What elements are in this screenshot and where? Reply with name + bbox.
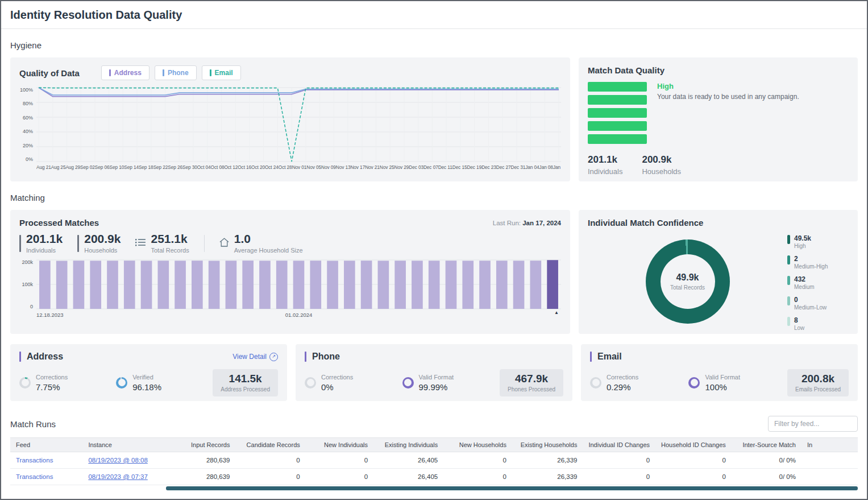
quality-of-data-title: Quality of Data (19, 68, 80, 78)
title-accent-bar (590, 352, 592, 362)
x-tick-label: Sep 30 (182, 164, 197, 170)
last-run-value: Jan 17, 2024 (522, 220, 561, 226)
x-tick-label: Sep 18 (139, 164, 153, 170)
pm-y-labels: 200k100k0 (19, 259, 36, 309)
title-accent-bar (305, 352, 306, 362)
quality-level-bar (588, 82, 647, 92)
corrections-value: 0.29% (607, 382, 638, 392)
x-tick-label: Dec 23 (481, 164, 496, 170)
x-tick-label: Nov 21 (365, 164, 380, 170)
horizontal-scrollbar[interactable] (10, 486, 858, 490)
match-quality-message: Your data is ready to be used in any cam… (657, 93, 799, 101)
match-data-quality-title: Match Data Quality (588, 65, 849, 75)
table-row: Transactions08/19/2023 @ 07:37280,639002… (10, 469, 858, 485)
legend-phone-label: Phone (168, 69, 189, 77)
email-card-title: Email (597, 352, 622, 362)
legend-phone-button[interactable]: Phone (155, 65, 197, 80)
quality-x-labels: Aug 21Aug 25Aug 29Sep 02Sep 06Sep 10Sep … (36, 164, 561, 170)
verified-ring (116, 377, 127, 389)
email-series-swatch (210, 69, 211, 76)
table-cell: 280,639 (169, 469, 235, 485)
pm-bar-chart (36, 259, 561, 309)
quality-chart: 100%80%60%40%20%0% Aug 21Aug 25Aug 29Sep… (19, 87, 561, 170)
pm-avg-household-stat: 1.0 Average Household Size (219, 233, 303, 254)
match-quality-bars (588, 82, 647, 147)
valid-format-label: Valid Format (705, 374, 740, 381)
email-corrections-metric: Corrections 0.29% (590, 374, 688, 392)
x-tick-label: Sep 02 (80, 164, 95, 170)
processed-matches-title: Processed Matches (19, 218, 99, 228)
page-header: Identity Resolution Data Quality (1, 1, 867, 29)
quality-line-chart (36, 87, 561, 162)
y-tick-label: 0% (26, 156, 33, 162)
y-tick-label: 60% (23, 115, 33, 121)
legend-item-medium-high: 2 Medium-High (787, 255, 849, 270)
x-tick-label: Dec 19 (467, 164, 481, 170)
x-tick-label: Dec 03 (409, 164, 423, 170)
valid-format-ring (688, 377, 700, 389)
x-tick-label: Sep 14 (124, 164, 139, 170)
email-valid-format-metric: Valid Format 100% (688, 374, 787, 392)
table-cell: 280,639 (169, 452, 235, 469)
corrections-ring (19, 377, 31, 389)
confidence-donut-center: 49.9k Total Records (661, 254, 715, 309)
column-header-new-individuals: New Individuals (306, 438, 373, 452)
feed-link[interactable]: Transactions (16, 473, 53, 480)
legend-address-button[interactable]: Address (101, 65, 149, 80)
medium-swatch (787, 276, 790, 285)
medium-high-label: Medium-High (794, 263, 828, 270)
x-tick-label: Sep 10 (110, 164, 124, 170)
column-header-in: In (801, 438, 858, 452)
corrections-ring (590, 377, 601, 389)
x-tick-label: Nov 29 (394, 164, 409, 170)
households-stat: 200.9k Households (642, 154, 681, 176)
feed-filter-input[interactable] (768, 416, 858, 432)
email-processed-label: Emails Processed (795, 386, 841, 392)
column-header-individual-id-changes: Individual ID Changes (583, 438, 655, 452)
x-tick-label: Aug 21 (36, 164, 51, 170)
table-cell: 26,405 (373, 452, 443, 469)
table-cell: 0/ 0% (732, 452, 801, 469)
x-tick-label: Nov 09 (321, 164, 336, 170)
corrections-label: Corrections (607, 374, 638, 381)
address-processed-value: 141.5k (221, 373, 270, 385)
view-detail-link[interactable]: View Detail ↗ (232, 353, 278, 361)
stat-divider (204, 235, 205, 252)
processed-matches-chart: 200k100k0 12.18.2023 01.02.2024 ▲ (19, 259, 561, 320)
x-tick-label: Aug 29 (65, 164, 80, 170)
table-cell: 0 (235, 452, 305, 469)
x-tick-label: Oct 28 (279, 164, 292, 170)
individuals-value: 201.1k (588, 154, 622, 166)
legend-email-button[interactable]: Email (202, 65, 241, 80)
low-swatch (787, 317, 790, 326)
medium-low-value: 0 (794, 296, 827, 304)
column-header-feed: Feed (10, 438, 82, 452)
instance-link[interactable]: 08/19/2023 @ 07:37 (88, 473, 147, 480)
y-tick-label: 0 (30, 304, 33, 309)
address-card-title: Address (27, 352, 63, 362)
instance-link[interactable]: 08/19/2023 @ 08:08 (88, 457, 147, 464)
match-data-quality-card: Match Data Quality High Your data is rea… (579, 57, 858, 181)
quality-y-labels: 100%80%60%40%20%0% (19, 87, 36, 162)
address-card: Address View Detail ↗ Corrections 7.75% … (10, 344, 287, 401)
phone-processed-label: Phones Processed (508, 386, 555, 392)
column-header-inter-source-match: Inter-Source Match (732, 438, 801, 452)
pm-total-records-value: 251.1k (151, 233, 189, 245)
legend-address-label: Address (114, 69, 142, 77)
quality-level-bar (588, 108, 647, 118)
table-cell: 0 (583, 452, 655, 469)
legend-item-low: 8 Low (787, 316, 849, 331)
external-link-icon: ↗ (269, 353, 278, 361)
table-cell: 0 (655, 452, 732, 469)
match-quality-rating: High (657, 82, 799, 90)
quality-level-bar (588, 95, 647, 105)
phone-processed-value: 467.9k (508, 373, 555, 385)
y-tick-label: 20% (23, 143, 33, 148)
match-runs-section: Match Runs FeedInstanceInput RecordsCand… (10, 416, 858, 490)
page-title: Identity Resolution Data Quality (10, 9, 858, 22)
x-tick-label: Oct 16 (238, 164, 251, 170)
high-label: High (794, 243, 811, 249)
horizontal-scrollbar-thumb[interactable] (166, 486, 858, 490)
y-tick-label: 200k (22, 259, 33, 265)
feed-link[interactable]: Transactions (16, 457, 53, 464)
